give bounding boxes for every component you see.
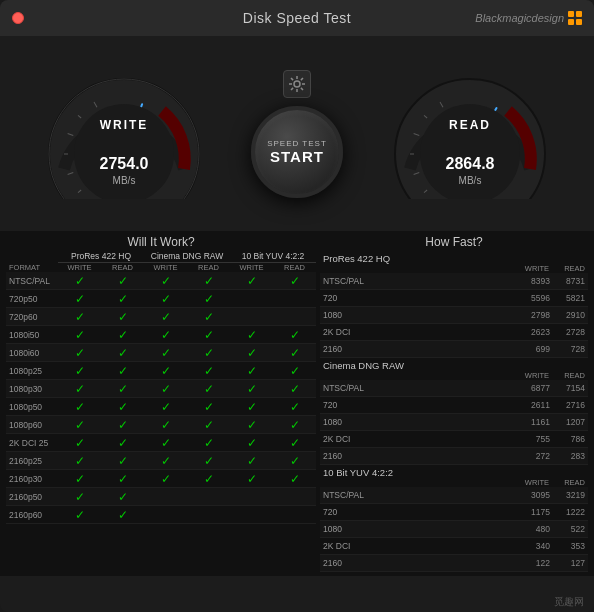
hf-row-label: 2K DCI (320, 327, 518, 337)
hf-write-value: 272 (518, 451, 556, 461)
close-button[interactable] (12, 12, 24, 24)
hf-write-value: 1175 (518, 507, 556, 517)
row-label: 720p50 (6, 294, 58, 304)
check-cell: ✓ (101, 398, 144, 416)
check-cell: ✓ (187, 452, 230, 470)
check-cell: ✓ (58, 344, 101, 362)
table-row: 2160p50✓✓ (6, 488, 316, 506)
check-cell: ✓ (230, 398, 273, 416)
table-row: 2160p60✓✓ (6, 506, 316, 524)
hf-data-row: 2160122127 (320, 555, 588, 572)
how-fast-title: How Fast? (320, 231, 588, 251)
check-cell: ✓ (58, 434, 101, 452)
row-label: 1080p30 (6, 384, 58, 394)
svg-line-21 (301, 87, 303, 89)
write-gauge-dial: WRITE 2754.0 MB/s (44, 69, 204, 199)
hf-read-value: 353 (556, 541, 588, 551)
check-cell: ✓ (273, 272, 316, 290)
check-cell: ✓ (187, 290, 230, 308)
hf-read-value: 728 (556, 344, 588, 354)
app-window: Disk Speed Test Blackmagicdesign (0, 0, 594, 612)
titlebar: Disk Speed Test Blackmagicdesign (0, 0, 594, 36)
check-cell: ✓ (187, 326, 230, 344)
hf-data-row: 108027982910 (320, 307, 588, 324)
settings-button[interactable] (283, 70, 311, 98)
check-cell: ✓ (101, 362, 144, 380)
hf-row-label: 2K DCI (320, 541, 518, 551)
gear-icon (288, 75, 306, 93)
check-cell: ✓ (187, 380, 230, 398)
hf-read-value: 1207 (556, 417, 588, 427)
hf-read-value: 2716 (556, 400, 588, 410)
hf-write-value: 755 (518, 434, 556, 444)
check-cell: ✓ (101, 272, 144, 290)
gauges-area: WRITE 2754.0 MB/s (0, 36, 594, 231)
hf-data-row: NTSC/PAL30953219 (320, 487, 588, 504)
table-row: 1080i60✓✓✓✓✓✓ (6, 344, 316, 362)
check-cell: ✓ (101, 326, 144, 344)
hf-write-value: 1161 (518, 417, 556, 427)
hf-row-label: NTSC/PAL (320, 276, 518, 286)
hf-read-value: 3219 (556, 490, 588, 500)
hf-write-value: 2798 (518, 310, 556, 320)
hf-row-label: 1080 (320, 524, 518, 534)
hf-data-row: 72026112716 (320, 397, 588, 414)
watermark: 觅趣网 (554, 595, 584, 609)
svg-line-23 (291, 87, 293, 89)
check-cell: ✓ (187, 308, 230, 326)
hf-write-value: 3095 (518, 490, 556, 500)
hf-read-value: 8731 (556, 276, 588, 286)
will-it-work-rows: NTSC/PAL✓✓✓✓✓✓720p50✓✓✓✓720p60✓✓✓✓1080i5… (6, 272, 316, 524)
check-cell: ✓ (273, 362, 316, 380)
check-cell: ✓ (230, 272, 273, 290)
table-row: 2K DCI 25✓✓✓✓✓✓ (6, 434, 316, 452)
brand-logo: Blackmagicdesign (475, 11, 582, 25)
table-row: 720p50✓✓✓✓ (6, 290, 316, 308)
hf-write-value: 2611 (518, 400, 556, 410)
check-cell: ✓ (144, 416, 187, 434)
check-cell: ✓ (101, 488, 144, 506)
table-row: NTSC/PAL✓✓✓✓✓✓ (6, 272, 316, 290)
check-cell (187, 488, 230, 506)
row-label: 1080p60 (6, 420, 58, 430)
check-cell: ✓ (144, 398, 187, 416)
hf-read-value: 522 (556, 524, 588, 534)
check-cell: ✓ (187, 470, 230, 488)
hf-read-value: 1222 (556, 507, 588, 517)
hf-row-label: NTSC/PAL (320, 490, 518, 500)
hf-row-label: 2160 (320, 344, 518, 354)
hf-row-label: 720 (320, 400, 518, 410)
hf-write-value: 699 (518, 344, 556, 354)
write-gauge: WRITE 2754.0 MB/s (44, 69, 204, 199)
check-cell: ✓ (230, 344, 273, 362)
check-cell (273, 290, 316, 308)
hf-read-value: 2910 (556, 310, 588, 320)
table-row: 720p60✓✓✓✓ (6, 308, 316, 326)
check-cell: ✓ (101, 470, 144, 488)
check-cell: ✓ (144, 452, 187, 470)
hf-row-label: 2K DCI (320, 434, 518, 444)
svg-line-20 (291, 78, 293, 80)
speed-test-label: SPEED TEST (267, 139, 327, 148)
how-fast-section: How Fast? ProRes 422 HQWRITEREADNTSC/PAL… (320, 231, 588, 572)
check-cell: ✓ (273, 470, 316, 488)
check-cell: ✓ (230, 434, 273, 452)
svg-text:2754.0: 2754.0 (99, 155, 148, 172)
data-tables: Will It Work? ProRes 422 HQ Cinema DNG R… (0, 231, 594, 576)
hf-codec-header: ProRes 422 HQ (320, 251, 588, 264)
check-cell: ✓ (144, 470, 187, 488)
start-button[interactable]: SPEED TEST START (251, 106, 343, 198)
svg-text:2864.8: 2864.8 (446, 155, 495, 172)
check-cell: ✓ (273, 344, 316, 362)
check-cell: ✓ (273, 398, 316, 416)
check-cell: ✓ (101, 416, 144, 434)
row-label: 2160p30 (6, 474, 58, 484)
check-cell: ✓ (273, 434, 316, 452)
table-row: 2160p25✓✓✓✓✓✓ (6, 452, 316, 470)
svg-text:MB/s: MB/s (459, 175, 482, 186)
row-label: 1080p25 (6, 366, 58, 376)
brand-icon (568, 11, 582, 25)
hf-data-row: 1080480522 (320, 521, 588, 538)
check-cell: ✓ (144, 272, 187, 290)
check-cell (230, 488, 273, 506)
